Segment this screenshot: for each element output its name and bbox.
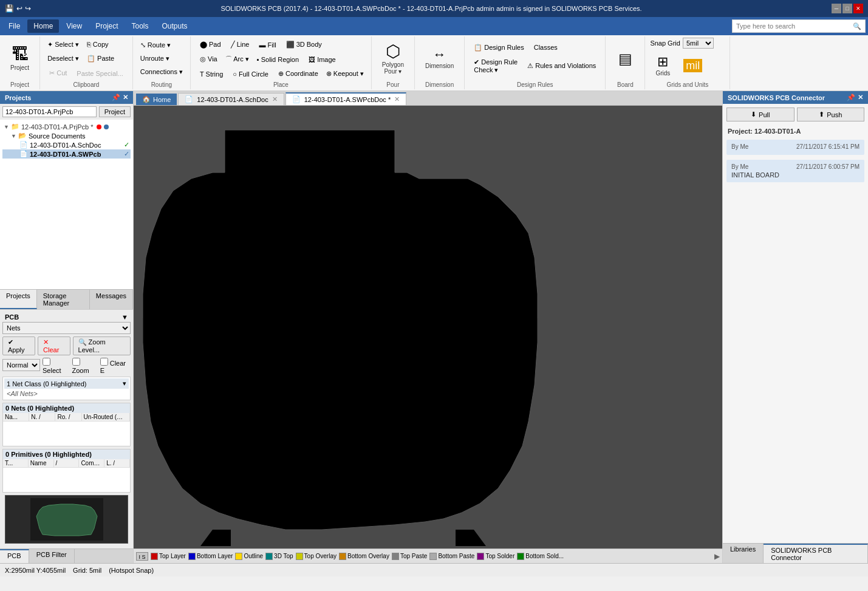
net-all-label[interactable]: <All Nets> bbox=[7, 390, 126, 397]
units-btn[interactable]: mil bbox=[678, 56, 708, 77]
project-btn[interactable]: Project bbox=[99, 106, 131, 117]
projects-close-icon[interactable]: ✕ bbox=[123, 94, 128, 101]
layer-top[interactable]: Top Layer bbox=[151, 553, 186, 560]
cut-btn[interactable]: ✂ Cut bbox=[45, 67, 71, 79]
tab-pcb[interactable]: 📄 12-403-DT01-A.SWPcbDoc * ✕ bbox=[285, 92, 406, 105]
copy-btn[interactable]: ⎘ Copy bbox=[83, 39, 113, 50]
pull-btn[interactable]: ⬇ Pull bbox=[726, 108, 795, 121]
clear-checkbox[interactable] bbox=[100, 358, 108, 366]
line-btn[interactable]: ╱ Line bbox=[227, 39, 254, 50]
tab-sch[interactable]: 📄 12-403-DT01-A.SchDoc ✕ bbox=[178, 93, 284, 105]
layer-outline[interactable]: Outline bbox=[235, 553, 263, 560]
redo-icon[interactable]: ↪ bbox=[25, 4, 31, 13]
search-input[interactable] bbox=[736, 22, 853, 30]
arc-btn[interactable]: ⌒ Arc ▾ bbox=[223, 53, 251, 65]
select-split[interactable]: ✦ Select ▾ bbox=[45, 39, 81, 50]
project-large-btn[interactable]: 🏗 Project bbox=[5, 43, 35, 74]
minimize-btn[interactable]: ─ bbox=[832, 4, 841, 13]
filter-mode-select[interactable]: Normal Mask Dim bbox=[2, 359, 40, 371]
menu-tools[interactable]: Tools bbox=[126, 19, 155, 33]
layer-scroll-right[interactable]: ▶ bbox=[714, 552, 720, 561]
connector-pin-icon[interactable]: 📌 bbox=[847, 94, 855, 101]
maximize-btn[interactable]: □ bbox=[842, 4, 852, 13]
bottom-tab-pcb[interactable]: PCB bbox=[0, 549, 29, 563]
project-name-input[interactable] bbox=[2, 106, 97, 117]
coordinate-btn[interactable]: ⊕ Coordinate bbox=[274, 68, 323, 80]
arc-split[interactable]: ⌒ Arc ▾ bbox=[223, 53, 251, 65]
tab-projects[interactable]: Projects bbox=[0, 290, 37, 309]
layer-toppaste[interactable]: Top Paste bbox=[392, 553, 427, 560]
layer-3dtop[interactable]: 3D Top bbox=[265, 553, 293, 560]
designrulechk-btn[interactable]: ✔ Design RuleCheck ▾ bbox=[470, 56, 522, 76]
layer-bottomsold[interactable]: Bottom Sold... bbox=[517, 553, 564, 560]
unroute-split[interactable]: Unroute ▾ bbox=[138, 53, 172, 64]
layer-scroll-icon[interactable]: I S bbox=[136, 552, 148, 561]
nets-expand-icon[interactable]: ▾ bbox=[123, 380, 126, 388]
3dbody-btn[interactable]: ⬛ 3D Body bbox=[282, 39, 326, 50]
menu-view[interactable]: View bbox=[60, 19, 88, 33]
fill-btn[interactable]: ▬ Fill bbox=[255, 39, 280, 50]
pcb-tab-close[interactable]: ✕ bbox=[394, 95, 400, 103]
search-bar[interactable]: 🔍 bbox=[732, 19, 866, 33]
paste-btn[interactable]: 📋 Paste bbox=[83, 53, 118, 64]
menu-home[interactable]: Home bbox=[27, 19, 59, 33]
sch-tab-close[interactable]: ✕ bbox=[272, 95, 278, 103]
window-controls[interactable]: ─ □ ✕ bbox=[832, 4, 863, 13]
layer-topsolder[interactable]: Top Solder bbox=[477, 553, 514, 560]
clear-btn[interactable]: ✕ Clear bbox=[38, 336, 70, 355]
pcb-panel-dropdown[interactable]: ▼ bbox=[121, 313, 128, 321]
classes-btn[interactable]: Classes bbox=[530, 42, 562, 53]
string-btn[interactable]: T String bbox=[196, 69, 227, 80]
rulesviolations-btn[interactable]: ⚠ Rules and Violations bbox=[523, 60, 600, 72]
push-btn[interactable]: ⬆ Push bbox=[797, 108, 865, 121]
fullcircle-btn[interactable]: ○ Full Circle bbox=[228, 69, 273, 80]
quick-access-toolbar[interactable]: 💾 ↩ ↪ bbox=[5, 4, 31, 13]
dimension-btn[interactable]: ↔ Dimension bbox=[420, 45, 459, 72]
snap-grid-select[interactable]: 5mil 1mil 10mil 25mil bbox=[683, 38, 714, 49]
canvas-area[interactable] bbox=[134, 106, 722, 548]
grids-btn[interactable]: ⊞ Grids bbox=[650, 52, 675, 80]
image-btn[interactable]: 🖼 Image bbox=[304, 54, 340, 65]
projects-pin-icon[interactable]: 📌 bbox=[112, 94, 120, 101]
connections-btn[interactable]: Connections ▾ bbox=[138, 67, 185, 77]
tree-pcb-item[interactable]: 📄 12-403-DT01-A.SWPcb ✓ bbox=[2, 149, 131, 159]
close-btn[interactable]: ✕ bbox=[853, 4, 863, 13]
undo-icon[interactable]: ↩ bbox=[16, 4, 22, 13]
tree-sch-item[interactable]: 📄 12-403-DT01-A.SchDoc ✓ bbox=[2, 140, 131, 149]
select-checkbox[interactable] bbox=[43, 358, 50, 366]
apply-btn[interactable]: ✔ Apply bbox=[2, 336, 35, 355]
zoom-checkbox[interactable] bbox=[72, 358, 80, 366]
pcb-filter-select[interactable]: Nets Components Primitives bbox=[2, 322, 131, 334]
keepout-split[interactable]: ⊗ Keepout ▾ bbox=[324, 69, 366, 79]
layer-bottom[interactable]: Bottom Layer bbox=[188, 553, 233, 560]
menu-outputs[interactable]: Outputs bbox=[156, 19, 194, 33]
via-btn[interactable]: ◎ Via bbox=[196, 53, 222, 65]
save-icon[interactable]: 💾 bbox=[5, 4, 14, 13]
menu-file[interactable]: File bbox=[2, 19, 26, 33]
tab-storage-manager[interactable]: Storage Manager bbox=[37, 290, 90, 309]
tree-root[interactable]: ▼ 📁 12-403-DT01-A.PrjPcb * bbox=[2, 122, 131, 131]
pad-btn[interactable]: ⬤ Pad bbox=[196, 39, 225, 50]
paste-special-btn[interactable]: Paste Special... bbox=[72, 68, 127, 79]
home-tab[interactable]: 🏠 Home bbox=[136, 94, 177, 105]
solidregion-btn[interactable]: ▪ Solid Region bbox=[253, 54, 303, 65]
projects-header-controls[interactable]: 📌 ✕ bbox=[112, 94, 128, 101]
deselect-btn[interactable]: Deselect ▾ bbox=[45, 53, 81, 64]
zoom-level-btn[interactable]: 🔍 Zoom Level... bbox=[73, 336, 131, 355]
connector-close-icon[interactable]: ✕ bbox=[858, 94, 863, 101]
menu-project[interactable]: Project bbox=[89, 19, 124, 33]
route-split[interactable]: ⤡ Route ▾ bbox=[138, 40, 173, 50]
designrules-btn[interactable]: 📋 Design Rules bbox=[470, 42, 528, 53]
layer-topoverlay[interactable]: Top Overlay bbox=[296, 553, 337, 560]
connections-split[interactable]: Connections ▾ bbox=[138, 67, 185, 77]
bottom-tab-pcbfilter[interactable]: PCB Filter bbox=[29, 549, 75, 563]
board-btn[interactable]: ▤ bbox=[610, 49, 640, 69]
nets-section-header[interactable]: 1 Net Class (0 Highlighted) ▾ bbox=[4, 378, 129, 389]
select-btn[interactable]: ✦ Select ▾ bbox=[45, 39, 81, 50]
tree-source-docs[interactable]: ▼ 📂 Source Documents bbox=[2, 131, 131, 140]
swpcb-connector-tab[interactable]: SOLIDWORKS PCB Connector bbox=[764, 544, 868, 563]
deselect-split[interactable]: Deselect ▾ bbox=[45, 53, 81, 64]
connector-header-controls[interactable]: 📌 ✕ bbox=[847, 94, 863, 101]
polygonpour-btn[interactable]: ⬡ PolygonPour ▾ bbox=[377, 40, 409, 78]
tab-messages[interactable]: Messages bbox=[90, 290, 133, 309]
